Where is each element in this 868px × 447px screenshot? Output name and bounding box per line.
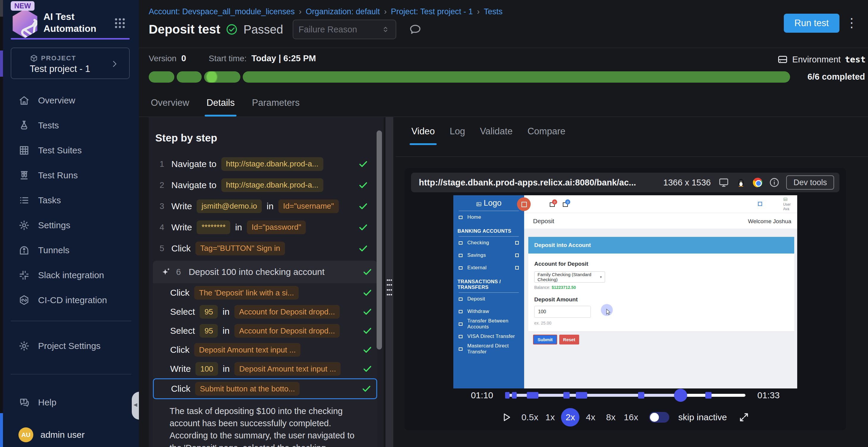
timeline-knob[interactable] <box>674 389 687 402</box>
sidebar-item-label: Tasks <box>38 195 61 205</box>
app-switcher-icon[interactable] <box>113 16 126 30</box>
step-row[interactable]: 2Navigate tohttp://stage.dbank.prod-a... <box>149 174 373 196</box>
breadcrumb-link[interactable]: Project: Test project - 1 <box>391 7 473 16</box>
timeline-track[interactable] <box>505 394 745 397</box>
speed-1x[interactable]: 1x <box>541 408 559 426</box>
timeline-event-marker[interactable] <box>576 392 587 399</box>
bank-nav-checking: Checking <box>453 237 524 249</box>
step-row[interactable]: ClickDeposit Amount text input ... <box>153 340 377 359</box>
bank-sidebar: Logo HomeBANKING ACCOUNTSCheckingSavings… <box>453 195 524 388</box>
step-target-chip: Deposit Amount text input ... <box>235 362 341 376</box>
bank-nav-withdraw: Withdraw <box>453 305 524 318</box>
skip-inactive-toggle[interactable] <box>649 412 669 423</box>
sidebar-divider <box>11 374 131 375</box>
speed-16x[interactable]: 16x <box>622 408 640 426</box>
bank-nav-label: Checking <box>467 240 489 246</box>
step-action: Write <box>171 222 192 232</box>
sidebar-item-ci-cd-integration[interactable]: CI-CD integration <box>3 288 139 313</box>
timeline-event-marker[interactable] <box>638 392 644 399</box>
help-chat-icon <box>19 397 30 408</box>
speed-8x[interactable]: 8x <box>601 408 620 426</box>
sidebar-item-project-settings[interactable]: Project Settings <box>3 334 139 358</box>
timeline-event-marker[interactable] <box>563 392 570 399</box>
cicd-icon <box>19 295 30 306</box>
timeline-event-marker[interactable] <box>512 392 517 399</box>
timeline-event-marker[interactable] <box>705 392 712 399</box>
package-icon <box>30 54 38 62</box>
failure-reason-select[interactable]: Failure Reason <box>293 20 396 39</box>
square-bullet-icon <box>459 310 463 313</box>
sidebar-item-settings[interactable]: Settings <box>3 213 139 238</box>
step-group: 6 Deposit 100 into checking account Clic… <box>153 261 377 447</box>
sidebar-item-label: CI-CD integration <box>38 295 107 305</box>
linux-penguin-icon <box>736 177 746 188</box>
video-tab-log[interactable]: Log <box>450 126 465 144</box>
sidebar-item-tests[interactable]: Tests <box>3 113 139 138</box>
gear-icon <box>19 220 30 231</box>
check-icon <box>362 287 373 299</box>
bank-section-title: BANKING ACCOUNTS <box>453 224 524 236</box>
tab-parameters[interactable]: Parameters <box>252 98 300 116</box>
step-row[interactable]: Select95inAccount for Deposit dropd... <box>153 302 377 321</box>
user-menu[interactable]: AU admin user <box>19 427 85 442</box>
steps-heading: Step by step <box>155 132 217 144</box>
window-icon: 0 <box>563 202 568 207</box>
step-row[interactable]: 5ClickTag="BUTTON" Sign in <box>149 238 373 259</box>
step-row[interactable]: Write100inDeposit Amount text input ... <box>153 359 377 378</box>
project-selector[interactable]: PROJECT Test project - 1 <box>11 47 130 79</box>
video-frame[interactable]: Logo HomeBANKING ACCOUNTSCheckingSavings… <box>453 195 797 388</box>
flask-icon <box>19 120 30 131</box>
speed-4x[interactable]: 4x <box>581 408 600 426</box>
video-tab-compare[interactable]: Compare <box>527 126 565 144</box>
play-icon[interactable] <box>501 412 512 423</box>
breadcrumb-link[interactable]: Organization: default <box>306 7 380 16</box>
step-number: 5 <box>155 244 164 253</box>
info-icon[interactable] <box>769 177 780 188</box>
fullscreen-icon[interactable] <box>738 412 750 423</box>
step-number: 3 <box>155 202 164 211</box>
sidebar-item-test-runs[interactable]: Test Runs <box>3 163 139 188</box>
devtools-button[interactable]: Dev tools <box>786 175 834 190</box>
video-tab-validate[interactable]: Validate <box>480 126 513 144</box>
sidebar-item-tasks[interactable]: Tasks <box>3 188 139 213</box>
step-row[interactable]: ClickSubmit button at the botto... <box>153 378 377 399</box>
step-row[interactable]: ClickThe 'Deposit' link with a si... <box>153 283 377 302</box>
sidebar-item-overview[interactable]: Overview <box>3 88 139 113</box>
comment-icon[interactable] <box>409 23 422 36</box>
sidebar-help[interactable]: Help <box>3 390 139 415</box>
bank-nav-label: VISA Direct Transfer <box>467 334 515 339</box>
run-test-button[interactable]: Run test <box>784 14 839 33</box>
check-icon <box>358 243 369 254</box>
step-row[interactable]: 4Write********inId="password" <box>149 217 373 238</box>
new-badge: NEW <box>11 1 34 11</box>
bank-welcome: Welcome Joshua <box>748 218 791 225</box>
timeline-event-marker[interactable] <box>505 392 509 399</box>
help-label: Help <box>38 398 57 408</box>
broken-image-icon <box>783 197 788 202</box>
sidebar-collapse-handle[interactable] <box>132 392 140 420</box>
sidebar-item-test-suites[interactable]: Test Suites <box>3 138 139 163</box>
breadcrumb-link[interactable]: Tests <box>484 7 503 16</box>
tab-details[interactable]: Details <box>207 98 235 116</box>
step-action: Navigate to <box>171 180 217 190</box>
step-group-header[interactable]: 6 Deposit 100 into checking account <box>153 261 377 283</box>
bank-nav-home: Home <box>453 211 524 224</box>
tab-overview[interactable]: Overview <box>151 98 189 116</box>
breadcrumb-link[interactable]: Account: Devspace_all_module_licenses <box>149 7 295 16</box>
panel-resizer[interactable] <box>385 117 393 447</box>
speed-2x[interactable]: 2x <box>561 408 580 426</box>
sidebar-item-tunnels[interactable]: Tunnels <box>3 238 139 263</box>
steps-scrollbar-thumb[interactable] <box>377 131 382 349</box>
bank-nav-label: External <box>467 265 487 271</box>
step-row[interactable]: 1Navigate tohttp://stage.dbank.prod-a... <box>149 153 373 174</box>
speed-0.5x[interactable]: 0.5x <box>521 408 539 426</box>
video-tab-video[interactable]: Video <box>411 126 435 144</box>
kebab-menu-icon[interactable]: ⋮ <box>845 15 858 30</box>
step-row[interactable]: Select95inAccount for Deposit dropd... <box>153 321 377 340</box>
square-bullet-icon <box>459 347 463 351</box>
gear-icon <box>19 340 30 352</box>
step-preposition: in <box>222 326 229 336</box>
sidebar-item-slack-integration[interactable]: Slack integration <box>3 263 139 288</box>
timeline-event-marker[interactable] <box>527 392 538 399</box>
step-row[interactable]: 3Writejsmith@demo.ioinId="username" <box>149 196 373 217</box>
